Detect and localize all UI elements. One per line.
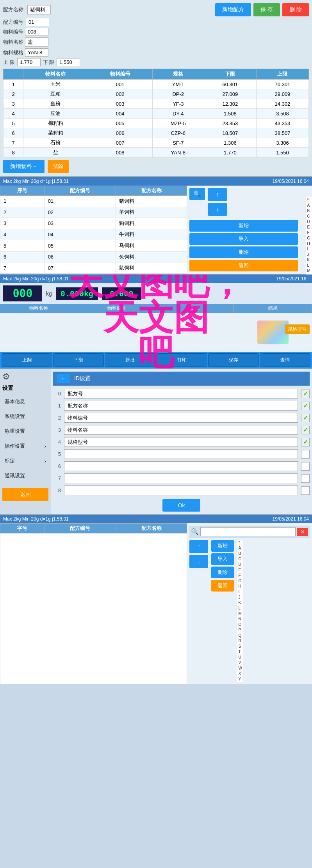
action-down-btn[interactable]: 下翻 (53, 353, 104, 367)
settings-item-weighing[interactable]: 称重设置 (2, 425, 48, 438)
add-material-btn[interactable]: 新增物料→ (3, 160, 45, 173)
id-row-input[interactable] (64, 461, 298, 471)
s5-alpha-H[interactable]: H (237, 584, 243, 589)
s5-alpha-I[interactable]: I (237, 589, 243, 595)
settings-item-basic[interactable]: 基本信息 (2, 395, 48, 408)
s5-alpha-R[interactable]: R (237, 638, 243, 644)
s5-alpha-S[interactable]: S (237, 644, 243, 649)
section2-search-icon[interactable]: 🔍 (189, 188, 205, 200)
s5-up-btn[interactable]: ↑ (189, 540, 208, 553)
s5-down-btn[interactable]: ↓ (189, 555, 208, 568)
ok-btn[interactable]: Ok (162, 499, 201, 512)
list-row[interactable]: 303狗饲料 (0, 218, 187, 229)
id-row-checkbox[interactable]: ✓ (301, 414, 310, 422)
alpha-M[interactable]: M (306, 268, 312, 274)
id-row-input[interactable] (64, 401, 298, 411)
alpha-G[interactable]: G (306, 236, 312, 241)
action-new-batch-btn[interactable]: 新批 (105, 353, 155, 367)
import-action-btn[interactable]: 导入 (189, 233, 298, 245)
s5-alpha-C[interactable]: C (237, 556, 243, 562)
search-input[interactable] (200, 527, 296, 536)
id-row-checkbox[interactable] (301, 450, 310, 459)
s5-alpha-U[interactable]: U (237, 655, 243, 660)
alpha-J[interactable]: J (306, 252, 312, 257)
alpha-I[interactable]: I (306, 246, 312, 252)
id-row-input[interactable] (64, 389, 298, 399)
s5-alpha-O[interactable]: O (237, 622, 243, 627)
action-up-btn[interactable]: 上翻 (2, 353, 52, 367)
save-btn[interactable]: 保 存 (253, 3, 280, 16)
s5-alpha-A[interactable]: A (237, 546, 243, 551)
alpha-L[interactable]: L (306, 263, 312, 268)
delete-action-btn[interactable]: 删除 (189, 246, 298, 258)
s5-import-btn[interactable]: 导入 (211, 553, 234, 565)
s5-new-btn[interactable]: 新增 (211, 540, 234, 552)
spec-btn[interactable]: 规格型号 (285, 324, 310, 334)
s5-alpha-M[interactable]: M (237, 611, 243, 616)
id-row-checkbox[interactable] (301, 462, 310, 471)
list-row[interactable]: 202羊饲料 (0, 207, 187, 218)
up-btn[interactable]: ↑ (208, 188, 227, 201)
s5-alpha-V[interactable]: V (237, 660, 243, 666)
list-row[interactable]: 707鼠饲料 (0, 262, 187, 274)
settings-item-system[interactable]: 系统设置 (2, 410, 48, 423)
alpha-star[interactable]: * (306, 197, 312, 203)
return-action-btn[interactable]: 返回 (189, 260, 298, 271)
s5-alpha-star[interactable]: * (237, 540, 243, 546)
s5-alpha-L[interactable]: L (237, 606, 243, 611)
settings-back-btn[interactable]: 返回 (2, 488, 48, 501)
s5-alpha-K[interactable]: K (237, 600, 243, 606)
add-formula-btn[interactable]: 新增配方 (215, 3, 251, 16)
alpha-E[interactable]: E (306, 225, 312, 230)
s5-return-btn[interactable]: 返回 (211, 580, 234, 592)
id-row-checkbox[interactable] (301, 474, 310, 483)
back-arrow-btn[interactable]: ← (57, 374, 70, 383)
alpha-A[interactable]: A (306, 203, 312, 208)
id-row-checkbox[interactable]: ✓ (301, 438, 310, 446)
new-action-btn[interactable]: 新增 (189, 220, 298, 232)
delete-btn[interactable]: 删 除 (282, 3, 309, 16)
id-row-checkbox[interactable] (301, 486, 310, 495)
search-icon[interactable]: 🔍 (191, 528, 199, 535)
list-row[interactable]: 606兔饲料 (0, 251, 187, 262)
id-row-input[interactable] (64, 473, 298, 483)
s5-alpha-D[interactable]: D (237, 562, 243, 567)
alpha-D[interactable]: D (306, 219, 312, 225)
s5-delete-btn[interactable]: 删除 (211, 567, 234, 578)
s5-alpha-N[interactable]: N (237, 616, 243, 622)
s5-alpha-J[interactable]: J (237, 595, 243, 600)
s5-alpha-B[interactable]: B (237, 551, 243, 556)
id-row-input[interactable] (64, 437, 298, 447)
settings-item-operation[interactable]: 操作设置 › (2, 439, 48, 453)
id-row-checkbox[interactable]: ✓ (301, 390, 310, 398)
id-row-input[interactable] (64, 425, 298, 435)
s5-alpha-W[interactable]: W (237, 666, 243, 671)
alpha-F[interactable]: F (306, 230, 312, 236)
down-btn[interactable]: ↓ (208, 203, 227, 216)
alpha-H[interactable]: H (306, 241, 312, 246)
id-row-checkbox[interactable]: ✓ (301, 426, 310, 434)
settings-item-comm[interactable]: 通讯设置 (2, 469, 48, 482)
clear-btn[interactable]: 清除 (48, 160, 69, 173)
action-query-btn[interactable]: 查询 (260, 353, 310, 367)
s5-alpha-Q[interactable]: Q (237, 633, 243, 638)
list-row[interactable]: 505马饲料 (0, 240, 187, 252)
s5-alpha-F[interactable]: F (237, 573, 243, 578)
id-row-input[interactable] (64, 413, 298, 423)
close-btn[interactable]: ✕ (297, 528, 308, 536)
id-row-input[interactable] (64, 485, 298, 495)
s5-alpha-E[interactable]: E (237, 567, 243, 573)
s5-alpha-Y[interactable]: Y (237, 677, 243, 682)
s5-alpha-P[interactable]: P (237, 627, 243, 633)
alpha-K[interactable]: K (306, 257, 312, 263)
action-save-btn[interactable]: 保存 (208, 353, 259, 367)
alpha-C[interactable]: C (306, 214, 312, 219)
list-row[interactable]: 404牛饲料 (0, 229, 187, 240)
alpha-B[interactable]: B (306, 208, 312, 214)
s5-alpha-X[interactable]: X (237, 671, 243, 677)
id-row-input[interactable] (64, 449, 298, 459)
id-row-checkbox[interactable]: ✓ (301, 402, 310, 410)
list-row[interactable]: 101猪饲料 (0, 196, 187, 207)
action-print-btn[interactable]: 打印 (157, 353, 207, 367)
s5-alpha-T[interactable]: T (237, 649, 243, 655)
